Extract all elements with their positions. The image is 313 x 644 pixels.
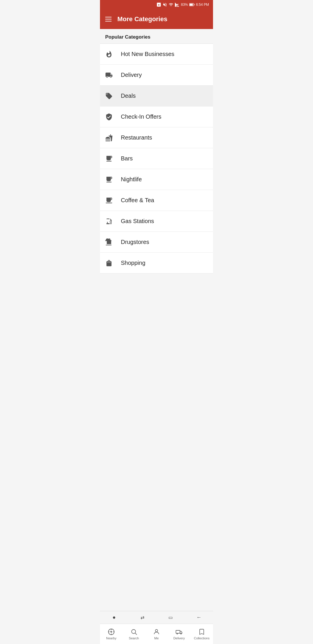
status-icons: 83% 6:54 PM: [156, 2, 209, 7]
category-item-gas-stations[interactable]: Gas Stations: [100, 211, 213, 232]
content-area: Popular Categories Hot New BusinessesDel…: [100, 29, 213, 308]
category-name-nightlife: Nightlife: [121, 176, 142, 183]
category-item-coffee-tea[interactable]: Coffee & Tea: [100, 190, 213, 211]
category-name-bars: Bars: [121, 155, 133, 162]
category-name-drugstores: Drugstores: [121, 239, 149, 245]
page-title: More Categories: [117, 15, 167, 23]
category-item-nightlife[interactable]: Nightlife: [100, 169, 213, 190]
restaurants-icon: [105, 134, 118, 142]
bars-icon: [105, 155, 118, 162]
section-label: Popular Categories: [100, 29, 213, 44]
category-item-bars[interactable]: Bars: [100, 148, 213, 169]
check-in-offers-icon: [105, 113, 118, 121]
battery-icon: [189, 3, 194, 6]
category-name-delivery: Delivery: [121, 72, 142, 78]
app-header: More Categories: [100, 9, 213, 29]
category-name-deals: Deals: [121, 93, 136, 99]
category-item-deals[interactable]: Deals: [100, 86, 213, 106]
category-name-check-in-offers: Check-In Offers: [121, 113, 161, 120]
menu-button[interactable]: [105, 17, 112, 21]
drugstores-icon: [105, 238, 118, 246]
deals-icon: [105, 92, 118, 100]
category-item-restaurants[interactable]: Restaurants: [100, 127, 213, 148]
mute-icon: [163, 2, 167, 7]
category-item-shopping[interactable]: Shopping: [100, 253, 213, 274]
category-item-delivery[interactable]: Delivery: [100, 65, 213, 86]
battery-text: 83%: [181, 3, 188, 7]
svg-rect-1: [190, 4, 193, 6]
category-name-coffee-tea: Coffee & Tea: [121, 197, 154, 204]
svg-rect-2: [194, 4, 195, 6]
signal-icon: [175, 2, 179, 7]
category-name-restaurants: Restaurants: [121, 134, 152, 141]
shopping-icon: [105, 259, 118, 267]
status-bar: 83% 6:54 PM: [100, 0, 213, 9]
nfc-icon: [156, 2, 161, 7]
nightlife-icon: [105, 176, 118, 183]
category-list: Hot New BusinessesDeliveryDealsCheck-In …: [100, 44, 213, 274]
delivery-icon: [105, 71, 118, 79]
category-item-drugstores[interactable]: Drugstores: [100, 232, 213, 253]
wifi-icon: [169, 2, 173, 7]
category-name-hot-new-businesses: Hot New Businesses: [121, 51, 174, 57]
category-item-hot-new-businesses[interactable]: Hot New Businesses: [100, 44, 213, 65]
gas-stations-icon: [105, 218, 118, 225]
category-name-shopping: Shopping: [121, 260, 145, 266]
coffee-tea-icon: [105, 197, 118, 204]
time-text: 6:54 PM: [196, 3, 209, 7]
category-item-check-in-offers[interactable]: Check-In Offers: [100, 106, 213, 127]
category-name-gas-stations: Gas Stations: [121, 218, 154, 225]
hot-new-businesses-icon: [105, 50, 118, 58]
